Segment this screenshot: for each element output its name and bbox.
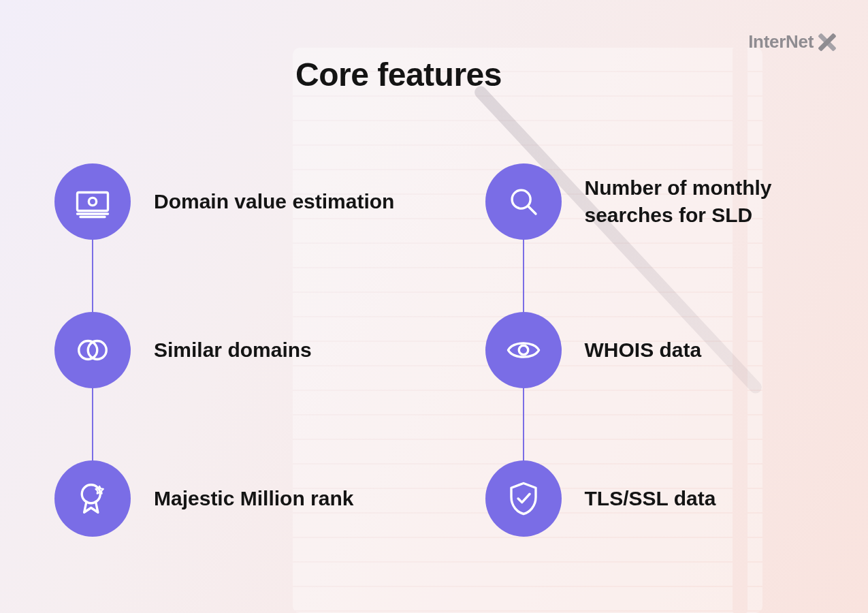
feature-column-left: Domain value estimation Similar domains (54, 163, 411, 593)
shield-icon (505, 480, 542, 517)
feature-label: WHOIS data (585, 336, 702, 364)
feature-icon-circle (54, 312, 131, 388)
feature-item: WHOIS data (485, 312, 702, 388)
feature-columns: Domain value estimation Similar domains (54, 163, 841, 593)
feature-icon-circle (485, 312, 562, 388)
svg-rect-0 (78, 193, 108, 211)
feature-icon-circle (485, 163, 562, 240)
svg-line-8 (528, 206, 535, 214)
slide-canvas: InterNet Core features Do (0, 0, 868, 613)
search-icon (505, 183, 542, 220)
overlap-icon (74, 332, 111, 368)
feature-icon-circle (54, 460, 131, 537)
feature-icon-circle (485, 460, 562, 537)
brand-x-icon (818, 33, 837, 52)
feature-label: Majestic Million rank (154, 485, 353, 513)
feature-label: TLS/SSL data (585, 485, 716, 513)
feature-item: TLS/SSL data (485, 460, 716, 537)
feature-label: Similar domains (154, 336, 312, 364)
feature-item: Majestic Million rank (54, 460, 353, 537)
brand-text: InterNet (748, 31, 814, 52)
eye-icon (505, 332, 542, 368)
money-icon (74, 183, 111, 220)
svg-point-9 (519, 345, 528, 355)
page-title: Core features (295, 56, 502, 93)
feature-item: Number of monthly searches for SLD (485, 163, 841, 240)
feature-column-right: Number of monthly searches for SLD WHOIS… (485, 163, 841, 593)
feature-item: Similar domains (54, 312, 312, 388)
feature-label: Number of monthly searches for SLD (585, 174, 841, 230)
feature-icon-circle (54, 163, 131, 240)
feature-item: Domain value estimation (54, 163, 394, 240)
brand-logo: InterNet (748, 31, 837, 52)
svg-point-1 (89, 198, 96, 205)
award-icon (74, 480, 111, 517)
feature-label: Domain value estimation (154, 188, 394, 216)
